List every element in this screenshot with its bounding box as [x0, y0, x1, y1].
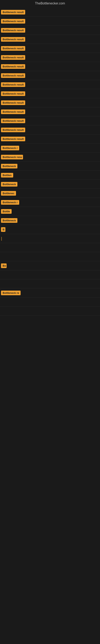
list-item: Bottlenec	[0, 189, 100, 198]
list-item: Bottleneck result	[0, 44, 100, 53]
list-item: Bottleneck result	[0, 62, 100, 71]
list-item	[0, 270, 100, 279]
list-item: |	[0, 234, 100, 243]
bottleneck-badge: Bottleneck	[1, 182, 17, 186]
bottleneck-badge: Bottleneck result	[1, 91, 25, 96]
list-item: Bottleneck result	[0, 71, 100, 80]
bottleneck-badge: Bottleneck result	[1, 82, 25, 87]
bottleneck-badge: Bottleneck result	[1, 46, 25, 51]
list-item: Bottleneck r	[0, 198, 100, 207]
list-item: Bottleneck re	[0, 288, 100, 298]
list-item: Bottlen	[0, 171, 100, 180]
bottleneck-badge: Bottleneck	[1, 164, 17, 168]
bottleneck-badge: Bottleneck result	[1, 28, 25, 32]
list-item	[0, 298, 100, 306]
list-item: Bottleneck result	[0, 126, 100, 134]
bottleneck-badge: Bottleneck resu	[1, 155, 23, 160]
bottleneck-badge: Bottleneck result	[1, 118, 25, 123]
list-item	[0, 243, 100, 252]
list-item	[0, 279, 100, 288]
bottleneck-badge: Bottleneck result	[1, 73, 25, 78]
list-item: Bottleneck	[0, 162, 100, 171]
bottleneck-badge: Bottleneck result	[1, 19, 25, 24]
list-item	[0, 252, 100, 261]
bottleneck-badge: Bottleneck result	[1, 100, 25, 105]
bottleneck-badge: Bottleneck result	[1, 55, 25, 60]
list-item: Bottleneck	[0, 180, 100, 189]
list-item: Bottleneck result	[0, 116, 100, 126]
site-title: TheBottlenecker.com	[0, 0, 100, 8]
bottleneck-badge: Bottleneck result	[1, 137, 25, 141]
list-item: Bottleneck result	[0, 53, 100, 62]
list-item: Bottleneck result	[0, 80, 100, 89]
list-item: Bottleneck result	[0, 26, 100, 35]
bottleneck-badge: Bottlenec	[1, 191, 16, 196]
bottleneck-badge: Bottleneck result	[1, 10, 25, 14]
cursor-indicator: |	[1, 236, 2, 241]
list-item: Bo	[0, 261, 100, 270]
list-item: Bottle	[0, 207, 100, 216]
bottleneck-badge: Bottlen	[1, 173, 13, 178]
bottleneck-badge: Bottleneck re	[1, 290, 21, 295]
list-item: Bottleneck result	[0, 35, 100, 44]
list-item: Bottleneck result	[0, 8, 100, 17]
bottleneck-badge: Bottleneck result	[1, 110, 25, 114]
list-item: Bottleneck result	[0, 89, 100, 98]
bottleneck-badge: Bottleneck result	[1, 37, 25, 42]
list-item: Bottleneck result	[0, 134, 100, 144]
list-item: Bottleneck result	[0, 98, 100, 107]
bottleneck-badge: Bottleneck	[1, 218, 17, 223]
bottleneck-badge: Bottleneck r	[1, 146, 19, 150]
list-item	[0, 306, 100, 316]
list-item: Bottleneck r	[0, 144, 100, 152]
bottleneck-badge: Bo	[1, 264, 7, 268]
bottleneck-badge: Bottleneck result	[1, 128, 25, 132]
list-item: Bottleneck resu	[0, 152, 100, 162]
list-item: Bottleneck	[0, 216, 100, 225]
list-item: B	[0, 225, 100, 234]
list-item: Bottleneck result	[0, 17, 100, 26]
bottleneck-badge: Bottle	[1, 209, 12, 214]
bottleneck-badge: B	[1, 227, 5, 232]
list-item: Bottleneck result	[0, 107, 100, 116]
bottleneck-badge: Bottleneck r	[1, 200, 19, 205]
bottleneck-badge: Bottleneck result	[1, 64, 25, 69]
